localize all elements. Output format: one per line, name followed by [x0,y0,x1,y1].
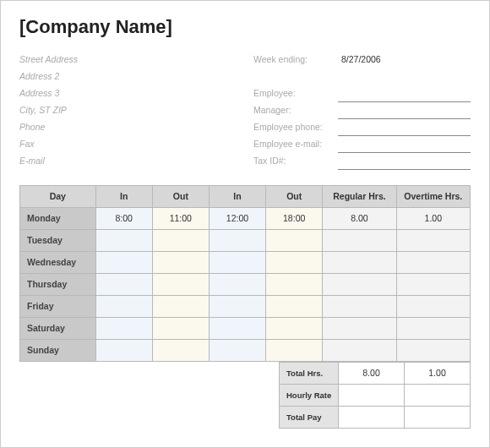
col-out1: Out [152,185,209,207]
week-ending-label: Week ending: [253,52,338,68]
address-2: Address 2 [19,68,237,85]
totals-table: Total Hrs. 8.00 1.00 Hourly Rate Total P… [279,362,471,429]
col-reg: Regular Hrs. [323,185,396,207]
cell-in2 [209,273,265,295]
pay-reg [339,406,405,428]
cell-reg [323,317,396,339]
cell-day: Sunday [20,339,96,361]
cell-in1 [95,273,152,295]
cell-out1: 11:00 [152,207,209,229]
cell-out2 [266,251,323,273]
col-out2: Out [266,185,323,207]
employee-label: Employee: [253,85,338,102]
cell-ot [396,317,470,339]
total-pay-label: Total Pay [280,406,339,428]
meta-block: Week ending: 8/27/2006 . Employee: Manag… [253,52,471,170]
address-city: City, ST ZIP [19,102,237,119]
col-day: Day [20,185,96,207]
cell-reg [323,251,396,273]
table-row: Tuesday [20,229,471,251]
address-fax: Fax [19,136,237,153]
cell-in1 [95,317,152,339]
cell-in2 [209,229,265,251]
cell-reg [323,229,396,251]
cell-out1 [152,229,209,251]
pay-ot [405,406,471,428]
cell-day: Wednesday [20,251,96,273]
address-street: Street Address [19,52,237,68]
company-name: [Company Name] [19,16,471,38]
table-row: Sunday [20,339,471,361]
cell-ot [396,339,470,361]
cell-reg [323,273,396,295]
cell-in2 [209,317,265,339]
cell-in1 [95,251,152,273]
table-row: Monday8:0011:0012:0018:008.001.00 [20,207,471,229]
cell-in2 [209,339,265,361]
cell-day: Saturday [20,317,96,339]
emp-phone-value [338,124,471,136]
hourly-reg [339,384,405,406]
col-in2: In [209,185,265,207]
table-row: Thursday [20,273,471,295]
cell-day: Thursday [20,273,96,295]
cell-in1 [95,229,152,251]
cell-ot [396,273,470,295]
table-row: Friday [20,295,471,317]
col-in1: In [95,185,152,207]
cell-out1 [152,273,209,295]
cell-out2 [266,295,323,317]
cell-ot [396,251,470,273]
cell-out1 [152,317,209,339]
table-row: Saturday [20,317,471,339]
cell-out2 [266,229,323,251]
emp-phone-label: Employee phone: [253,119,338,136]
cell-out2 [266,317,323,339]
cell-ot [396,295,470,317]
timesheet-table: Day In Out In Out Regular Hrs. Overtime … [19,185,471,362]
cell-in2 [209,295,265,317]
address-block: Street Address Address 2 Address 3 City,… [19,52,237,170]
cell-day: Friday [20,295,96,317]
col-ot: Overtime Hrs. [396,185,470,207]
cell-in2: 12:00 [209,207,265,229]
cell-out2: 18:00 [266,207,323,229]
table-row: Wednesday [20,251,471,273]
manager-value [338,107,471,119]
address-3: Address 3 [19,85,237,102]
emp-email-label: Employee e-mail: [253,136,338,153]
cell-in2 [209,251,265,273]
emp-email-value [338,141,471,153]
cell-out1 [152,251,209,273]
week-ending-value: 8/27/2006 [338,52,471,68]
address-phone: Phone [19,119,237,136]
tax-value [338,158,471,170]
cell-ot: 1.00 [396,207,470,229]
total-reg: 8.00 [339,362,405,384]
hourly-ot [405,384,471,406]
hourly-rate-label: Hourly Rate [280,384,339,406]
cell-out2 [266,339,323,361]
total-ot: 1.00 [405,362,471,384]
employee-value [338,90,471,102]
cell-out1 [152,295,209,317]
cell-in1 [95,339,152,361]
cell-in1 [95,295,152,317]
cell-reg [323,295,396,317]
cell-in1: 8:00 [95,207,152,229]
cell-ot [396,229,470,251]
cell-out2 [266,273,323,295]
address-email: E-mail [19,153,237,170]
cell-day: Tuesday [20,229,96,251]
tax-label: Tax ID#: [253,153,338,170]
total-hrs-label: Total Hrs. [280,362,339,384]
cell-day: Monday [20,207,96,229]
cell-reg: 8.00 [323,207,396,229]
cell-reg [323,339,396,361]
cell-out1 [152,339,209,361]
manager-label: Manager: [253,102,338,119]
